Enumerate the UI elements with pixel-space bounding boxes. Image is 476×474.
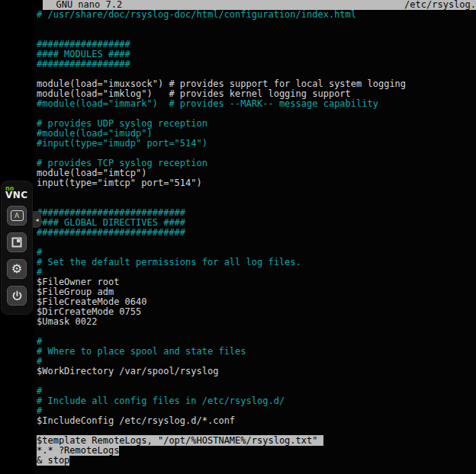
gear-icon: ⚙ <box>11 263 22 275</box>
novnc-logo: no VNC <box>5 185 28 199</box>
editor-line: input(type="imtcp" port="514") <box>37 178 476 188</box>
editor-line: #input(type="imudp" port="514") <box>37 139 476 149</box>
settings-button[interactable]: ⚙ <box>7 259 27 279</box>
power-button[interactable] <box>7 286 27 306</box>
selected-text: *.* ?RemoteLogs <box>37 445 119 456</box>
editor-line: # Where to place spool and state files <box>37 347 476 357</box>
control-bar-handle[interactable]: ◂ <box>33 211 41 228</box>
editor-line: ########################### <box>37 228 476 238</box>
editor-line: $Umask 0022 <box>37 317 476 327</box>
editor-line: # Set the default permissions for all lo… <box>37 258 476 267</box>
keyboard-a-icon: A <box>11 210 24 221</box>
editor-line: $IncludeConfig /etc/rsyslog.d/*.conf <box>37 416 476 426</box>
power-icon <box>11 290 23 302</box>
terminal-window[interactable]: GNU nano 7.2 /etc/rsyslog. # /usr/share/… <box>34 0 476 474</box>
editor-line: $DirCreateMode 0755 <box>37 307 476 317</box>
collapse-arrow-icon: ◂ <box>35 216 38 223</box>
selected-text: & stop <box>37 455 69 466</box>
vnc-screen: GNU nano 7.2 /etc/rsyslog. # /usr/share/… <box>0 0 476 474</box>
fullscreen-icon <box>11 236 23 248</box>
editor-line: ################# <box>37 59 476 69</box>
editor-line: $WorkDirectory /var/spool/rsyslog <box>37 367 476 376</box>
nano-filename-label: /etc/rsyslog. <box>404 0 476 10</box>
novnc-logo-vnc: VNC <box>5 192 28 199</box>
editor-line: # /usr/share/doc/rsyslog-doc/html/config… <box>37 10 476 20</box>
editor-line <box>37 20 476 30</box>
editor-line <box>37 188 476 198</box>
editor-line <box>37 238 476 248</box>
editor-line: & stop <box>37 456 476 466</box>
extra-keys-button[interactable]: A <box>7 206 27 226</box>
editor-content[interactable]: # /usr/share/doc/rsyslog-doc/html/config… <box>34 10 476 466</box>
editor-line <box>37 327 476 337</box>
editor-line <box>37 376 476 386</box>
selected-text: $template RemoteLogs, "/opt/%HOSTNAME%/r… <box>37 435 323 446</box>
fullscreen-button[interactable] <box>7 232 27 252</box>
editor-line: # Include all config files in /etc/rsysl… <box>37 396 476 406</box>
editor-line: #module(load="immark") # provides --MARK… <box>37 99 476 109</box>
editor-line: *.* ?RemoteLogs <box>37 446 476 456</box>
novnc-control-bar: no VNC A ⚙ <box>1 181 33 315</box>
